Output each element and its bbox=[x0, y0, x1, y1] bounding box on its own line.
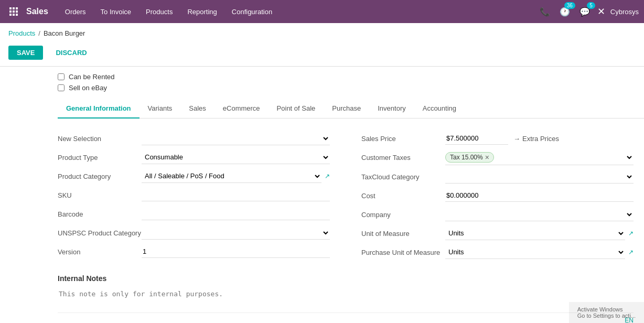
arrow-right-icon: → bbox=[513, 135, 520, 143]
action-bar: SAVE DISCARD bbox=[0, 44, 644, 66]
breadcrumb-separator: / bbox=[38, 29, 40, 37]
sell-on-ebay-checkbox[interactable] bbox=[58, 84, 65, 91]
internal-notes-title: Internal Notes bbox=[58, 274, 634, 283]
taxcloud-category-value bbox=[445, 170, 634, 184]
svg-rect-2 bbox=[16, 7, 18, 9]
barcode-value bbox=[142, 208, 330, 220]
purchase-unit-of-measure-wrap: Units ↗ bbox=[445, 245, 634, 259]
unit-of-measure-row: Unit of Measure Units ↗ bbox=[361, 224, 634, 243]
right-form-section: Sales Price → Extra Prices Customer Taxe… bbox=[361, 129, 634, 262]
sales-price-value: → Extra Prices bbox=[445, 132, 634, 145]
tab-variants[interactable]: Variants bbox=[139, 99, 181, 119]
activate-windows-text: Activate WindowsGo to Settings to acti..… bbox=[577, 306, 636, 319]
tab-accounting[interactable]: Accounting bbox=[414, 99, 465, 119]
unspsc-wrap bbox=[142, 226, 330, 240]
breadcrumb-parent[interactable]: Products bbox=[8, 29, 35, 37]
purchase-unit-of-measure-row: Purchase Unit of Measure Units ↗ bbox=[361, 243, 634, 262]
company-row: Company bbox=[361, 205, 634, 224]
extra-prices-link[interactable]: → Extra Prices bbox=[513, 135, 559, 143]
purchase-unit-of-measure-ext-link[interactable]: ↗ bbox=[628, 249, 634, 256]
svg-rect-1 bbox=[13, 7, 15, 9]
company-wrap bbox=[445, 208, 634, 221]
sales-price-label: Sales Price bbox=[361, 135, 445, 143]
app-name: Sales bbox=[26, 7, 48, 16]
sell-on-ebay-row: Sell on eBay bbox=[58, 84, 644, 92]
svg-rect-3 bbox=[9, 10, 12, 13]
cost-value bbox=[445, 189, 634, 202]
unit-of-measure-wrap: Units ↗ bbox=[445, 227, 634, 240]
svg-rect-0 bbox=[9, 7, 12, 9]
product-category-ext-link[interactable]: ↗ bbox=[325, 173, 330, 180]
tab-purchase[interactable]: Purchase bbox=[324, 99, 369, 119]
tab-point-of-sale[interactable]: Point of Sale bbox=[269, 99, 324, 119]
nav-to-invoice[interactable]: To Invoice bbox=[94, 5, 138, 19]
tab-sales[interactable]: Sales bbox=[180, 99, 214, 119]
chat-badge: 5 bbox=[587, 2, 595, 9]
unspsc-value bbox=[142, 226, 330, 240]
unit-of-measure-label: Unit of Measure bbox=[361, 230, 445, 238]
tab-ecommerce[interactable]: eCommerce bbox=[214, 99, 269, 119]
customer-taxes-label: Customer Taxes bbox=[361, 154, 445, 162]
sales-price-input[interactable] bbox=[445, 132, 508, 145]
breadcrumb-current: Bacon Burger bbox=[44, 29, 85, 37]
tab-inventory[interactable]: Inventory bbox=[369, 99, 414, 119]
new-selection-wrap bbox=[142, 132, 330, 145]
sku-label: SKU bbox=[58, 191, 142, 199]
discard-button[interactable]: DISCARD bbox=[47, 46, 95, 60]
save-button[interactable]: SAVE bbox=[8, 46, 43, 60]
product-category-select[interactable]: All / Saleable / PoS / Food bbox=[142, 169, 321, 183]
close-icon[interactable]: ✕ bbox=[597, 6, 605, 17]
taxcloud-category-row: TaxCloud Category bbox=[361, 167, 634, 186]
purchase-unit-of-measure-label: Purchase Unit of Measure bbox=[361, 249, 445, 256]
can-be-rented-label[interactable]: Can be Rented bbox=[69, 73, 114, 81]
left-form-section: New Selection Product Type Consumable bbox=[58, 129, 330, 262]
nav-configuration[interactable]: Configuration bbox=[226, 5, 278, 19]
sku-input[interactable] bbox=[142, 189, 330, 201]
can-be-rented-row: Can be Rented bbox=[58, 73, 644, 81]
tabs: General Information Variants Sales eComm… bbox=[58, 99, 644, 119]
tax-tag-remove[interactable]: × bbox=[485, 154, 489, 161]
unit-of-measure-select[interactable]: Units bbox=[445, 227, 625, 240]
barcode-row: Barcode bbox=[58, 204, 330, 223]
sku-row: SKU bbox=[58, 186, 330, 204]
internal-notes-input[interactable] bbox=[58, 287, 634, 313]
product-type-select[interactable]: Consumable Storable Product Service bbox=[142, 150, 330, 164]
new-selection-value bbox=[142, 132, 330, 145]
sell-on-ebay-label[interactable]: Sell on eBay bbox=[69, 84, 107, 92]
activate-windows-overlay: Activate WindowsGo to Settings to acti..… bbox=[569, 302, 644, 323]
unspsc-row: UNSPSC Product Category bbox=[58, 223, 330, 242]
tax-tag-label: Tax 15.00% bbox=[450, 154, 483, 161]
clock-badge-btn[interactable]: 🕐 36 bbox=[557, 4, 572, 19]
can-be-rented-checkbox[interactable] bbox=[58, 73, 65, 80]
user-name: Cybrosys bbox=[610, 8, 639, 16]
product-type-row: Product Type Consumable Storable Product… bbox=[58, 148, 330, 167]
barcode-input[interactable] bbox=[142, 208, 330, 220]
new-selection-select[interactable] bbox=[142, 132, 330, 145]
nav-products[interactable]: Products bbox=[139, 5, 179, 19]
nav-orders[interactable]: Orders bbox=[59, 5, 92, 19]
taxcloud-category-select[interactable] bbox=[445, 170, 634, 184]
product-category-label: Product Category bbox=[58, 173, 142, 180]
sales-price-inner: → Extra Prices bbox=[445, 132, 634, 145]
notes-footer: EN bbox=[58, 315, 634, 323]
customer-taxes-row: Customer Taxes Tax 15.00% × bbox=[361, 148, 634, 167]
version-input[interactable] bbox=[142, 245, 330, 258]
taxcloud-category-label: TaxCloud Category bbox=[361, 173, 445, 181]
nav-reporting[interactable]: Reporting bbox=[181, 5, 223, 19]
purchase-unit-of-measure-select[interactable]: Units bbox=[445, 245, 625, 259]
phone-icon[interactable]: 📞 bbox=[538, 4, 552, 19]
cost-input[interactable] bbox=[445, 189, 634, 202]
tab-general-information[interactable]: General Information bbox=[58, 99, 139, 119]
company-select[interactable] bbox=[445, 208, 634, 221]
svg-rect-5 bbox=[16, 10, 18, 13]
content-area: Can be Rented Sell on eBay General Infor… bbox=[0, 66, 644, 323]
product-type-label: Product Type bbox=[58, 154, 142, 162]
customer-taxes-select[interactable] bbox=[623, 153, 634, 162]
chat-badge-btn[interactable]: 💬 5 bbox=[577, 4, 592, 19]
grid-menu-icon[interactable] bbox=[5, 3, 22, 20]
svg-rect-4 bbox=[13, 10, 15, 13]
unit-of-measure-ext-link[interactable]: ↗ bbox=[628, 230, 634, 237]
sku-value bbox=[142, 189, 330, 201]
version-label: Version bbox=[58, 248, 142, 256]
unspsc-select[interactable] bbox=[142, 226, 330, 240]
